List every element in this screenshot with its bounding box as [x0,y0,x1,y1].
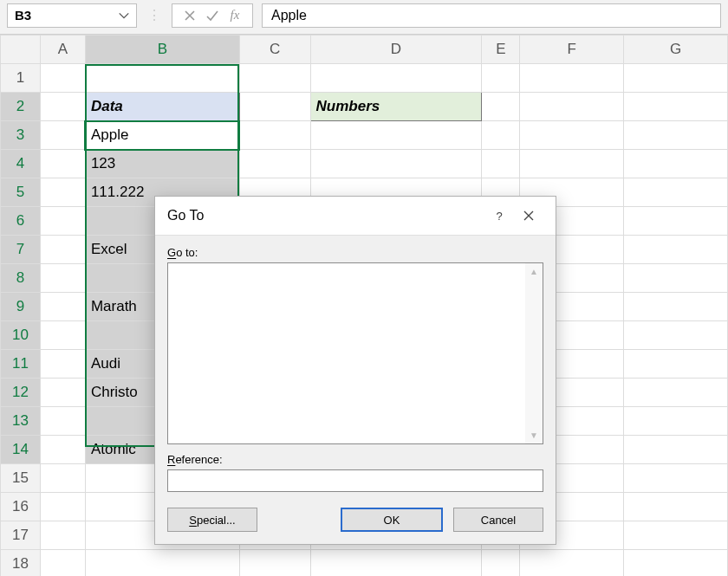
formula-input[interactable]: Apple [262,3,721,28]
scrollbar[interactable]: ▲ ▼ [525,263,543,443]
col-header-G[interactable]: G [624,36,728,64]
col-header-C[interactable]: C [239,36,310,64]
row-header[interactable]: 14 [1,436,41,464]
col-header-B[interactable]: B [85,36,239,64]
row-header[interactable]: 5 [1,178,41,207]
formula-value: Apple [271,8,307,23]
reference-input[interactable] [167,469,543,492]
row-header[interactable]: 1 [1,64,41,93]
row-header[interactable]: 9 [1,293,41,321]
scroll-down-icon[interactable]: ▼ [530,430,538,440]
row-header[interactable]: 6 [1,207,41,236]
formula-bar: B3 ⋮ fx Apple [0,0,728,35]
cancel-entry-icon[interactable] [181,7,198,24]
accept-entry-icon[interactable] [204,7,221,24]
row-header[interactable]: 8 [1,264,41,293]
row-header[interactable]: 10 [1,321,41,350]
row-header[interactable]: 12 [1,379,41,407]
row-header[interactable]: 17 [1,521,41,550]
separator: ⋮ [146,7,163,23]
goto-dialog: Go To ? Go to: ▲ ▼ Reference: Special...… [154,196,556,545]
row-header[interactable]: 11 [1,350,41,379]
dialog-title: Go To [167,208,484,223]
cell-D2[interactable]: Numbers [310,93,482,121]
reference-label: Reference: [167,453,543,466]
special-button[interactable]: Special... [167,508,257,532]
cell-B3[interactable]: Apple [85,121,239,150]
ok-button[interactable]: OK [341,508,443,532]
row-header[interactable]: 4 [1,150,41,178]
row-header[interactable]: 7 [1,236,41,264]
name-box-value: B3 [8,8,112,23]
name-box[interactable]: B3 [7,3,137,28]
chevron-down-icon [112,10,136,22]
close-icon[interactable] [514,203,543,229]
row-header[interactable]: 15 [1,464,41,493]
cell-B2[interactable]: Data [85,93,239,121]
row-header[interactable]: 16 [1,493,41,521]
select-all-corner[interactable] [1,36,41,64]
scroll-up-icon[interactable]: ▲ [530,267,538,276]
cell-B4[interactable]: 123 [85,150,239,178]
goto-label: Go to: [167,246,543,259]
row-header[interactable]: 3 [1,121,41,150]
dialog-titlebar[interactable]: Go To ? [155,197,556,236]
goto-listbox[interactable]: ▲ ▼ [167,262,543,444]
col-header-A[interactable]: A [40,36,85,64]
row-header[interactable]: 2 [1,93,41,121]
cancel-button[interactable]: Cancel [453,508,543,532]
help-icon[interactable]: ? [484,203,514,229]
col-header-F[interactable]: F [520,36,624,64]
fx-icon[interactable]: fx [226,7,244,24]
row-header[interactable]: 13 [1,407,41,436]
col-header-E[interactable]: E [482,36,520,64]
col-header-D[interactable]: D [310,36,482,64]
formula-tools: fx [172,3,253,28]
row-header[interactable]: 18 [1,550,41,577]
